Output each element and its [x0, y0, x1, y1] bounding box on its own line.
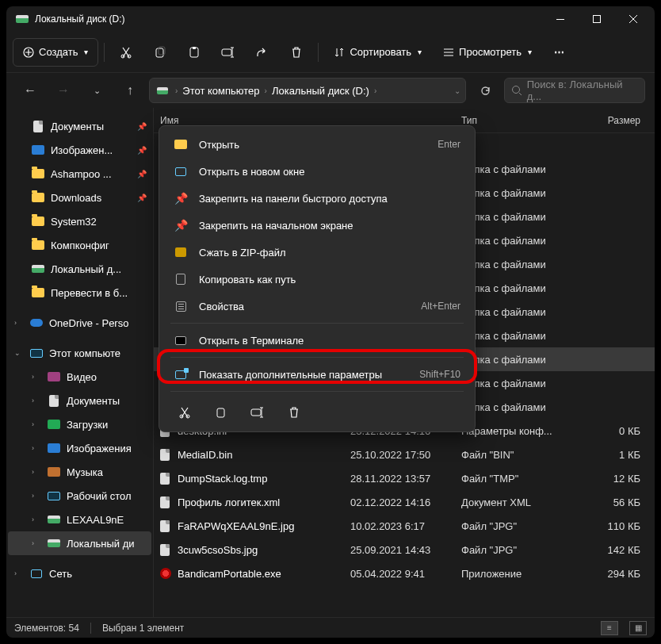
sidebar-item-label: System32	[51, 216, 147, 228]
chevron-down-icon[interactable]: ⌄	[454, 86, 460, 95]
pc-icon	[48, 489, 60, 502]
pin-icon: 📌	[174, 218, 188, 232]
folder-icon	[32, 191, 44, 204]
ctx-delete-button[interactable]	[283, 401, 305, 424]
sidebar-item[interactable]: ›LEXAAL9nE	[8, 508, 151, 531]
svg-rect-1	[594, 16, 601, 23]
ctx-open-new-window[interactable]: Открыть в новом окне	[164, 158, 470, 185]
file-row[interactable]: BandicamPortable.exe05.04.2022 9:41Прило…	[154, 562, 655, 585]
ctx-cut-button[interactable]	[174, 401, 196, 424]
ctx-compress-zip[interactable]: Сжать в ZIP-файл	[164, 239, 470, 266]
ctx-rename-button[interactable]	[246, 401, 269, 424]
sidebar-item[interactable]: ⌄Этот компьюте	[8, 341, 151, 365]
file-type: Параметры конф...	[461, 425, 580, 437]
sidebar-item-label: Видео	[67, 371, 147, 383]
doc-icon	[160, 544, 178, 556]
onedrive-icon	[30, 316, 43, 329]
delete-button[interactable]	[281, 38, 312, 67]
sidebar-item[interactable]: Перевести в б...	[8, 281, 151, 305]
minimize-button[interactable]	[542, 6, 579, 32]
sidebar-item[interactable]: ›Изображения	[8, 436, 151, 460]
ctx-open[interactable]: ОткрытьEnter	[164, 131, 470, 158]
sort-button[interactable]: Сортировать▾	[324, 38, 431, 67]
file-type: Папка с файлами	[461, 330, 580, 342]
sidebar-item[interactable]: System32	[8, 209, 151, 233]
folder-icon	[32, 286, 44, 299]
sidebar-item[interactable]: Компконфиг	[8, 233, 151, 257]
status-bar: Элементов: 54 Выбран 1 элемент ≡ ▦	[6, 617, 655, 638]
file-row[interactable]: FaRAPWqXEAAL9nE.jpg10.02.2023 6:17Файл "…	[154, 514, 655, 538]
sidebar-item[interactable]: ›Локальный ди	[8, 531, 151, 555]
breadcrumb[interactable]: › Этот компьютер › Локальный диск (D:) ›…	[149, 78, 466, 103]
forward-button[interactable]: →	[49, 76, 78, 105]
sidebar-item[interactable]: Документы📌	[8, 114, 151, 138]
details-view-toggle[interactable]: ≡	[601, 621, 618, 635]
file-date: 25.09.2021 14:43	[350, 544, 461, 556]
file-row[interactable]: DumpStack.log.tmp28.11.2022 13:57Файл "T…	[154, 466, 655, 490]
sidebar-item[interactable]: ›Музыка	[8, 460, 151, 484]
more-button[interactable]: ⋯	[544, 38, 575, 67]
sidebar-item[interactable]: Локальный д...	[8, 257, 151, 281]
file-type: Файл "JPG"	[461, 544, 580, 556]
file-row[interactable]: Профиль логитек.xml02.12.2022 14:16Докум…	[154, 490, 655, 514]
refresh-button[interactable]	[471, 78, 499, 103]
sidebar-item[interactable]: ›Сеть	[8, 562, 151, 585]
breadcrumb-item[interactable]: Этот компьютер	[182, 85, 259, 97]
breadcrumb-item[interactable]: Локальный диск (D:)	[272, 85, 369, 97]
svg-rect-0	[556, 19, 564, 20]
context-menu: ОткрытьEnter Открыть в новом окне 📌Закре…	[159, 125, 476, 432]
file-date: 02.12.2022 14:16	[350, 496, 461, 508]
history-dropdown[interactable]: ⌄	[82, 76, 111, 105]
file-size: 56 КБ	[580, 496, 648, 508]
sidebar-item[interactable]: ›Видео	[8, 365, 151, 389]
new-button[interactable]: Создать▾	[13, 38, 98, 67]
share-button[interactable]	[246, 38, 278, 67]
copy-button[interactable]	[144, 38, 176, 67]
ctx-pin-start[interactable]: 📌Закрепить на начальном экране	[164, 212, 470, 239]
search-input[interactable]: Поиск в: Локальный д...	[504, 78, 645, 103]
file-name: DumpStack.log.tmp	[178, 473, 350, 485]
file-row[interactable]: MediaID.bin25.10.2022 17:50Файл "BIN"1 К…	[154, 443, 655, 466]
ctx-copy-path[interactable]: Копировать как путь	[164, 266, 470, 293]
rename-button[interactable]	[212, 38, 244, 67]
img-icon	[48, 442, 60, 454]
item-count: Элементов: 54	[14, 623, 79, 634]
separator	[170, 391, 464, 392]
paste-button[interactable]	[178, 38, 210, 67]
ctx-pin-quick-access[interactable]: 📌Закрепить на панели быстрого доступа	[164, 185, 470, 212]
sidebar-item[interactable]: Downloads📌	[8, 186, 151, 209]
svg-rect-13	[217, 408, 224, 417]
ctx-open-terminal[interactable]: Открыть в Терминале	[164, 327, 470, 354]
sidebar-item-label: Этот компьюте	[49, 347, 147, 359]
maximize-button[interactable]	[579, 6, 615, 32]
close-button[interactable]	[615, 6, 651, 32]
sidebar-item[interactable]: ›Документы	[8, 389, 151, 412]
file-type: Файл "TMP"	[461, 473, 580, 485]
nav-row: ← → ⌄ ↑ › Этот компьютер › Локальный дис…	[6, 73, 655, 108]
svg-rect-9	[222, 49, 231, 56]
file-name: BandicamPortable.exe	[178, 568, 350, 580]
sidebar-item[interactable]: ›Загрузки	[8, 412, 151, 436]
ctx-copy-button[interactable]	[210, 401, 232, 424]
cut-button[interactable]	[110, 38, 142, 67]
drive-icon	[32, 263, 44, 275]
up-button[interactable]: ↑	[116, 76, 144, 105]
ctx-properties[interactable]: СвойстваAlt+Enter	[164, 293, 470, 320]
ctx-show-more-options[interactable]: Показать дополнительные параметрыShift+F…	[164, 361, 470, 388]
search-icon	[511, 85, 522, 96]
doc-icon	[160, 473, 178, 485]
sidebar-item[interactable]: Изображен...📌	[8, 138, 151, 162]
vid-icon	[48, 370, 60, 383]
sidebar-item-label: Локальный ди	[67, 538, 147, 550]
folder-icon	[32, 167, 44, 180]
file-type: Папка с файлами	[461, 211, 580, 223]
titlebar: Локальный диск (D:)	[6, 6, 655, 32]
back-button[interactable]: ←	[16, 76, 44, 105]
view-button[interactable]: Просмотреть▾	[434, 38, 541, 67]
file-row[interactable]: 3cuw5csoSbs.jpg25.09.2021 14:43Файл "JPG…	[154, 538, 655, 562]
file-name: MediaID.bin	[178, 449, 350, 461]
sidebar-item[interactable]: Ashampoo ...📌	[8, 162, 151, 186]
sidebar-item[interactable]: ›OneDrive - Perso	[8, 311, 151, 335]
sidebar-item[interactable]: ›Рабочий стол	[8, 484, 151, 508]
grid-view-toggle[interactable]: ▦	[629, 621, 647, 635]
